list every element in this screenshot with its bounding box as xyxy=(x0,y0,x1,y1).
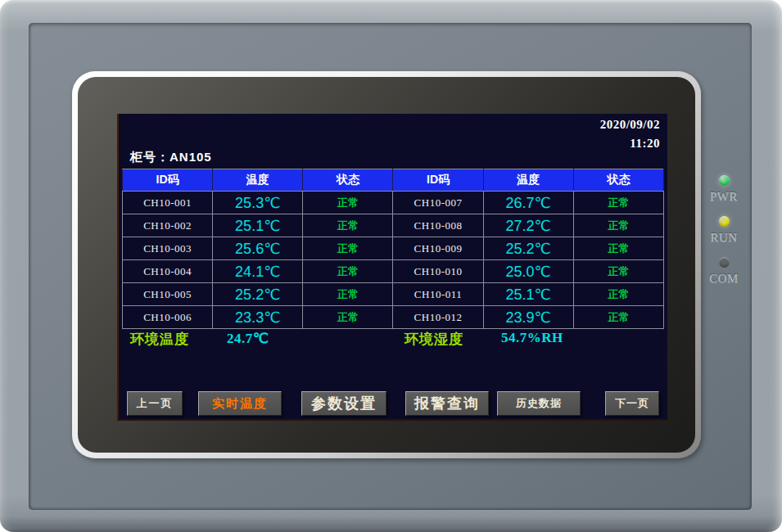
channel-id-cell: CH10-008 xyxy=(393,214,483,237)
column-header: ID码 xyxy=(123,169,213,192)
temperature-cell: 25.2℃ xyxy=(213,283,303,306)
status-cell: 正常 xyxy=(303,237,393,260)
history-data-button[interactable]: 历史数据 xyxy=(497,391,581,416)
column-header: 状态 xyxy=(303,169,393,192)
hmi-device: 2020/09/02 11:20 柜号：AN105 ID码温度状态ID码温度状态… xyxy=(0,0,782,532)
led-indicator-column: PWRRUNCOM xyxy=(703,172,745,295)
temperature-cell: 25.0℃ xyxy=(483,260,573,283)
status-cell: 正常 xyxy=(573,192,663,214)
channel-id-cell: CH10-006 xyxy=(123,306,213,329)
com-led-label: COM xyxy=(703,272,745,286)
time-display: 11:20 xyxy=(630,137,660,151)
temperature-cell: 23.9℃ xyxy=(483,306,573,329)
pwr-led-block: PWR xyxy=(703,172,745,213)
channel-id-cell: CH10-003 xyxy=(123,237,213,260)
column-header: 温度 xyxy=(213,169,303,192)
temperature-cell: 25.3℃ xyxy=(213,192,303,214)
env-humidity-label: 环境湿度 xyxy=(405,330,463,349)
channel-id-cell: CH10-007 xyxy=(393,192,483,214)
table-row: CH10-00424.1℃正常CH10-01025.0℃正常 xyxy=(123,260,664,283)
temperature-cell: 23.3℃ xyxy=(213,306,303,329)
temperature-cell: 25.1℃ xyxy=(483,283,573,306)
status-cell: 正常 xyxy=(303,214,393,237)
table-row: CH10-00623.3℃正常CH10-01223.9℃正常 xyxy=(123,306,664,329)
next-page-button[interactable]: 下一页 xyxy=(605,391,659,416)
env-temperature-value: 24.7℃ xyxy=(227,330,269,347)
table-header-row: ID码温度状态ID码温度状态 xyxy=(123,169,664,192)
pwr-led-icon xyxy=(719,175,730,186)
status-cell: 正常 xyxy=(303,192,393,214)
status-cell: 正常 xyxy=(303,283,393,306)
env-temperature-label: 环境温度 xyxy=(130,330,189,349)
channel-id-cell: CH10-002 xyxy=(123,214,213,237)
temperature-cell: 24.1℃ xyxy=(213,260,303,283)
table-row: CH10-00125.3℃正常CH10-00726.7℃正常 xyxy=(123,192,664,214)
status-cell: 正常 xyxy=(573,260,663,283)
channel-id-cell: CH10-001 xyxy=(123,192,213,214)
channel-id-cell: CH10-011 xyxy=(393,283,483,306)
device-front-panel: 2020/09/02 11:20 柜号：AN105 ID码温度状态ID码温度状态… xyxy=(29,23,752,510)
column-header: 状态 xyxy=(573,169,663,192)
temperature-cell: 25.6℃ xyxy=(213,237,303,260)
alarm-query-button[interactable]: 报警查询 xyxy=(405,391,489,416)
run-led-block: RUN xyxy=(703,213,745,254)
temperature-cell: 27.2℃ xyxy=(483,214,573,237)
status-cell: 正常 xyxy=(573,214,663,237)
temperature-cell: 25.2℃ xyxy=(483,237,573,260)
run-led-icon xyxy=(719,216,730,227)
channel-id-cell: CH10-004 xyxy=(123,260,213,283)
temperature-cell: 25.1℃ xyxy=(213,214,303,237)
table-row: CH10-00525.2℃正常CH10-01125.1℃正常 xyxy=(123,283,664,306)
screen-frame: 2020/09/02 11:20 柜号：AN105 ID码温度状态ID码温度状态… xyxy=(72,71,701,458)
status-cell: 正常 xyxy=(573,237,663,260)
status-cell: 正常 xyxy=(303,306,393,329)
param-settings-button[interactable]: 参数设置 xyxy=(301,391,386,416)
channel-table: ID码温度状态ID码温度状态 CH10-00125.3℃正常CH10-00726… xyxy=(122,169,664,329)
channel-id-cell: CH10-012 xyxy=(393,306,483,329)
status-cell: 正常 xyxy=(573,283,663,306)
com-led-icon xyxy=(719,257,730,268)
channel-id-cell: CH10-005 xyxy=(123,283,213,306)
lcd-display: 2020/09/02 11:20 柜号：AN105 ID码温度状态ID码温度状态… xyxy=(117,114,667,421)
date-display: 2020/09/02 xyxy=(600,118,660,132)
cabinet-label: 柜号：AN105 xyxy=(130,150,212,165)
channel-id-cell: CH10-010 xyxy=(393,260,483,283)
temperature-cell: 26.7℃ xyxy=(483,192,573,214)
pwr-led-label: PWR xyxy=(703,190,745,204)
run-led-label: RUN xyxy=(703,231,745,245)
screen-bezel: 2020/09/02 11:20 柜号：AN105 ID码温度状态ID码温度状态… xyxy=(78,77,695,453)
table-row: CH10-00325.6℃正常CH10-00925.2℃正常 xyxy=(123,237,664,260)
status-cell: 正常 xyxy=(573,306,663,329)
prev-page-button[interactable]: 上一页 xyxy=(127,391,183,416)
status-cell: 正常 xyxy=(303,260,393,283)
realtime-temp-button[interactable]: 实时温度 xyxy=(198,391,282,416)
channel-id-cell: CH10-009 xyxy=(393,237,483,260)
column-header: ID码 xyxy=(393,169,483,192)
column-header: 温度 xyxy=(483,169,573,192)
env-humidity-value: 54.7%RH xyxy=(501,330,563,346)
com-led-block: COM xyxy=(703,254,745,295)
table-row: CH10-00225.1℃正常CH10-00827.2℃正常 xyxy=(123,214,664,237)
